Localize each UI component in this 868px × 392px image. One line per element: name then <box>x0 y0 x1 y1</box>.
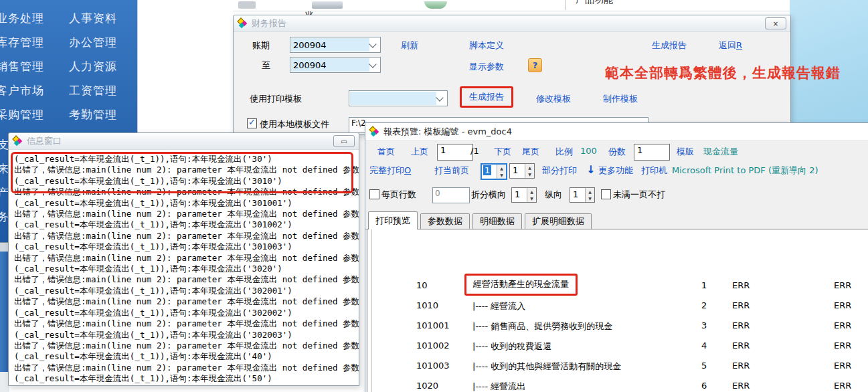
preview-titlebar[interactable]: 報表預覽: 模板編號 - evm_doc4 <box>365 123 868 141</box>
to-select[interactable]: 200904 <box>290 57 381 73</box>
spin-down-icon[interactable]: ▼ <box>525 171 534 179</box>
generate-report-button[interactable]: 生成报告 <box>469 92 504 102</box>
spin-down-icon[interactable]: ▼ <box>585 195 594 203</box>
template-button[interactable]: 模版 <box>677 146 694 158</box>
chevron-down-icon <box>369 40 376 47</box>
next-page-button[interactable]: 下页 <box>494 146 511 158</box>
toolbar-icon-2[interactable] <box>312 1 343 9</box>
row-value-1: ERR <box>732 361 750 371</box>
spin-down-icon[interactable]: ▼ <box>497 172 506 179</box>
partial-to-spinner[interactable]: 1 ▲▼ <box>509 163 535 179</box>
sidebar-item-right-4[interactable]: 考勤管理 <box>69 107 117 122</box>
info-window: 信息窗口 ▭ (_cal_result=本年現金流出(_t_1)),语句:本年現… <box>8 132 359 386</box>
log-error-line: 出错了，错误信息:main(line num 2): parameter 本年現… <box>14 209 355 219</box>
info-window-titlebar[interactable]: 信息窗口 ▭ <box>9 133 359 150</box>
sidebar-item-right-1[interactable]: 办公管理 <box>69 35 117 50</box>
refresh-button[interactable]: 刷新 <box>401 39 418 52</box>
sidebar-item-right-2[interactable]: 人力资源 <box>69 59 117 74</box>
sidebar-item-left-2[interactable]: 销售管理 <box>0 59 44 74</box>
page-number-input[interactable]: 1 <box>437 144 473 161</box>
spin-down-icon[interactable]: ▼ <box>527 195 536 203</box>
row-value-2: ERR <box>834 280 851 290</box>
row-name: |---- 收到的稅費返還 <box>472 340 551 353</box>
generate-report-top-button[interactable]: 生成报告 <box>652 39 687 52</box>
log-error-line: 出错了，错误信息:main(line num 2): parameter 本年現… <box>14 274 355 285</box>
row-number: 2 <box>701 300 707 310</box>
row-code: 1020 <box>416 381 438 391</box>
print-current-button[interactable]: 打当前页 <box>434 165 469 177</box>
to-value: 200904 <box>291 58 369 72</box>
partial-from-spinner[interactable]: 1 ▲▼ <box>481 163 507 180</box>
tab-2[interactable]: 明细数据 <box>472 213 522 229</box>
row-number: 4 <box>701 340 707 351</box>
help-icon[interactable]: ? <box>528 58 542 72</box>
more-functions-button[interactable]: 更多功能 <box>598 165 633 177</box>
generate-report-highlight-box: 生成报告 <box>460 86 513 108</box>
info-window-title: 信息窗口 <box>27 135 62 147</box>
row-value-1: ERR <box>732 300 750 310</box>
copies-input[interactable]: 1 <box>634 144 670 161</box>
log-error-line: 出错了，错误信息:main(line num 2): parameter 本年現… <box>14 363 355 373</box>
split-vertical-spinner[interactable]: 1 ▲▼ <box>570 187 595 203</box>
row-code: 10 <box>416 280 428 290</box>
period-select[interactable]: 200904 <box>290 37 381 53</box>
red-annotation-text: 範本全部轉爲繁體後，生成報告報錯 <box>605 64 841 82</box>
sidebar-item-right-3[interactable]: 工资管理 <box>69 83 117 98</box>
toolbar-globe-icon[interactable] <box>424 1 447 9</box>
tab-0[interactable]: 打印预览 <box>368 211 418 229</box>
sidebar-item-left-4[interactable]: 采购管理 <box>0 107 44 122</box>
local-template-checkbox[interactable] <box>247 118 257 128</box>
rows-per-page-input[interactable]: 0 <box>432 187 470 203</box>
printer-button[interactable]: 打印机 <box>641 165 667 177</box>
close-icon[interactable]: × <box>765 17 786 29</box>
more-functions-arrow-icon: ↓ <box>586 163 595 176</box>
toolbar-icon-1[interactable] <box>238 1 256 9</box>
info-log: (_cal_result=本年現金流出(_t_1)),语句:本年現金流出('30… <box>9 150 359 385</box>
make-template-button[interactable]: 制作模板 <box>603 93 638 105</box>
log-error-line: 出错了，错误信息:main(line num 2): parameter 本年現… <box>14 318 355 329</box>
preview-toolbar-row1: 首页 上页 1 /1 下页 尾页 比例 100 份数 1 模版 现金流量 <box>365 146 868 162</box>
show-params-button[interactable]: 显示参数 <box>469 61 504 73</box>
period-label: 账期 <box>252 39 270 52</box>
toolbar-divider <box>566 0 566 10</box>
last-page-button[interactable]: 尾页 <box>522 146 539 158</box>
print-template-label: 使用打印模板 <box>250 93 302 105</box>
sidebar-item-right-0[interactable]: 人事资料 <box>69 11 117 26</box>
sidebar-item-left-0[interactable]: 业务处理 <box>0 11 44 26</box>
log-statement-line: (_cal_result=本年現金流出(_t_1)),语句:本年現金流出('30… <box>14 286 355 296</box>
script-def-button[interactable]: 脚本定义 <box>469 39 504 52</box>
tab-1[interactable]: 参数数据 <box>420 213 470 229</box>
table-row: 1010|---- 經營流入2ERRERR <box>372 296 868 316</box>
minimize-icon[interactable]: ▭ <box>333 135 355 147</box>
row-number: 1 <box>701 280 707 290</box>
table-row: 101001|---- 銷售商品、提供勞務收到的現金3ERRERR <box>372 316 868 336</box>
row-number: 5 <box>701 361 707 371</box>
full-print-button[interactable]: 完整打印O <box>369 165 411 177</box>
split-horizontal-spinner[interactable]: 1 ▲▼ <box>511 187 537 203</box>
first-page-button[interactable]: 首页 <box>377 146 395 158</box>
row-name-highlighted: 經營活動產生的現金流量 <box>464 274 578 296</box>
not-full-page-checkbox[interactable] <box>601 189 611 199</box>
period-value: 200904 <box>291 38 369 52</box>
partial-print-button[interactable]: 部分打印 <box>542 165 577 177</box>
print-preview-panel: 10經營活動產生的現金流量1ERRERR1010|---- 經營流入2ERRER… <box>367 229 868 392</box>
return-button[interactable]: 返回R <box>719 39 742 52</box>
finance-dialog-titlebar[interactable]: 财务报告 × <box>234 15 790 32</box>
tab-3[interactable]: 扩展明细数据 <box>525 213 592 229</box>
report-preview-window: 報表預覽: 模板編號 - evm_doc4 首页 上页 1 /1 下页 尾页 比… <box>365 122 868 392</box>
sidebar-item-left-1[interactable]: 库存管理 <box>0 35 44 50</box>
preview-tabstrip: 打印预览参数数据明细数据扩展明细数据 <box>365 211 868 229</box>
log-statement-line: (_cal_result=本年現金流出(_t_1)),语句:本年現金流出('30… <box>14 176 355 187</box>
sidebar-item-left-3[interactable]: 客户市场 <box>0 83 44 98</box>
prev-page-button[interactable]: 上页 <box>411 146 428 158</box>
row-value-2: ERR <box>834 300 851 310</box>
log-statement-line: (_cal_result=本年現金流出(_t_1)),语句:本年現金流出('30… <box>14 198 355 209</box>
app-window-icon <box>238 19 248 28</box>
row-value-2: ERR <box>834 361 851 371</box>
rows-per-page-checkbox[interactable] <box>369 189 379 199</box>
modify-template-button[interactable]: 修改模板 <box>536 93 571 105</box>
print-template-select[interactable] <box>349 90 448 106</box>
log-statement-line: (_cal_result=本年現金流出(_t_1)),语句:本年現金流出('30… <box>14 154 355 165</box>
to-label: 至 <box>262 60 270 72</box>
preview-toolbar-row2: 完整打印O 打当前页 1 ▲▼ 1 ▲▼ 部分打印 ↓ 更多功能 打印机 Mic… <box>365 165 868 181</box>
